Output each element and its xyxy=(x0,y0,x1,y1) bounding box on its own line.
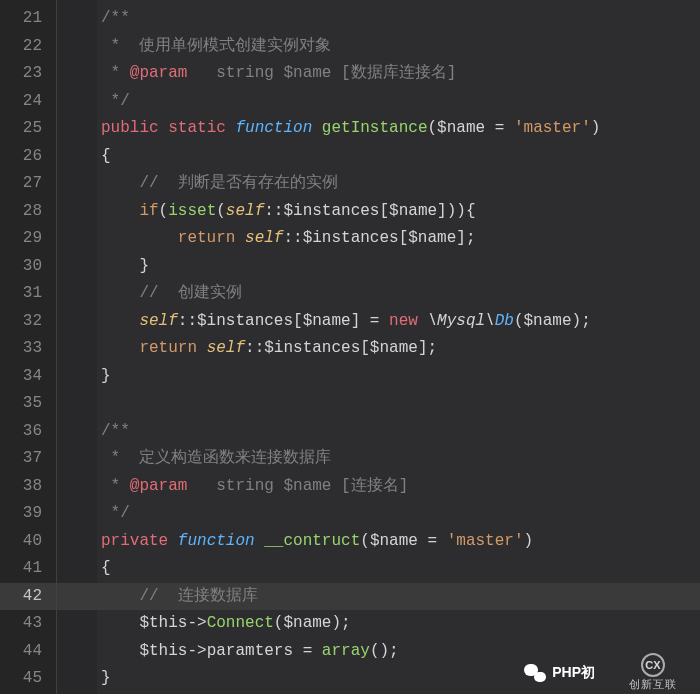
code-line: $this->paramters = array(); xyxy=(57,638,700,666)
code-line: self::$instances[$name] = new \Mysql\Db(… xyxy=(57,308,700,336)
line-number[interactable]: 41 xyxy=(0,555,56,583)
line-number[interactable]: 38 xyxy=(0,473,56,501)
code-line: { xyxy=(57,143,700,171)
brand-name: 创新互联 xyxy=(629,677,677,692)
code-line: return self::$instances[$name]; xyxy=(57,225,700,253)
line-number[interactable]: 28 xyxy=(0,198,56,226)
line-number[interactable]: 34 xyxy=(0,363,56,391)
code-line: public static function getInstance($name… xyxy=(57,115,700,143)
code-editor: 21 22 23 24 25 26 27 28 29 30 31 32 33 3… xyxy=(0,0,700,694)
line-number[interactable]: 43 xyxy=(0,610,56,638)
code-line: */ xyxy=(57,88,700,116)
brand-watermark: CX 创新互联 xyxy=(608,652,698,692)
code-line: { xyxy=(57,555,700,583)
line-number[interactable]: 40 xyxy=(0,528,56,556)
line-number[interactable]: 45 xyxy=(0,665,56,693)
line-number[interactable]: 26 xyxy=(0,143,56,171)
code-line: // 创建实例 xyxy=(57,280,700,308)
code-line: } xyxy=(57,363,700,391)
code-line: */ xyxy=(57,500,700,528)
code-line: * @param string $name [数据库连接名] xyxy=(57,60,700,88)
wechat-watermark: PHP初 xyxy=(524,664,595,682)
line-number[interactable]: 22 xyxy=(0,33,56,61)
code-line: private function __contruct($name = 'mas… xyxy=(57,528,700,556)
line-number[interactable]: 23 xyxy=(0,60,56,88)
code-line: } xyxy=(57,253,700,281)
code-content[interactable]: /** * 使用单例模式创建实例对象 * @param string $name… xyxy=(56,0,700,694)
code-line: if(isset(self::$instances[$name])){ xyxy=(57,198,700,226)
line-number[interactable]: 33 xyxy=(0,335,56,363)
line-number[interactable]: 44 xyxy=(0,638,56,666)
code-line-current: // 连接数据库 xyxy=(57,583,700,611)
code-line: * 定义构造函数来连接数据库 xyxy=(57,445,700,473)
wechat-text: PHP初 xyxy=(552,664,595,682)
line-number[interactable]: 39 xyxy=(0,500,56,528)
wechat-icon xyxy=(524,664,546,682)
line-number[interactable]: 35 xyxy=(0,390,56,418)
line-number-current[interactable]: 42 xyxy=(0,583,56,611)
line-number[interactable]: 27 xyxy=(0,170,56,198)
code-line xyxy=(57,390,700,418)
line-number[interactable]: 29 xyxy=(0,225,56,253)
code-line: } xyxy=(57,665,700,693)
line-number[interactable]: 37 xyxy=(0,445,56,473)
code-line: /** xyxy=(57,418,700,446)
code-line: $this->Connect($name); xyxy=(57,610,700,638)
line-number[interactable]: 36 xyxy=(0,418,56,446)
line-number[interactable]: 24 xyxy=(0,88,56,116)
code-line: * @param string $name [连接名] xyxy=(57,473,700,501)
line-number[interactable]: 21 xyxy=(0,5,56,33)
line-number[interactable]: 25 xyxy=(0,115,56,143)
code-line: // 判断是否有存在的实例 xyxy=(57,170,700,198)
code-line: /** xyxy=(57,5,700,33)
brand-logo-icon: CX xyxy=(641,653,665,677)
code-line: return self::$instances[$name]; xyxy=(57,335,700,363)
line-number-gutter: 21 22 23 24 25 26 27 28 29 30 31 32 33 3… xyxy=(0,0,56,694)
line-number[interactable]: 31 xyxy=(0,280,56,308)
code-line: * 使用单例模式创建实例对象 xyxy=(57,33,700,61)
line-number[interactable]: 32 xyxy=(0,308,56,336)
line-number[interactable]: 30 xyxy=(0,253,56,281)
